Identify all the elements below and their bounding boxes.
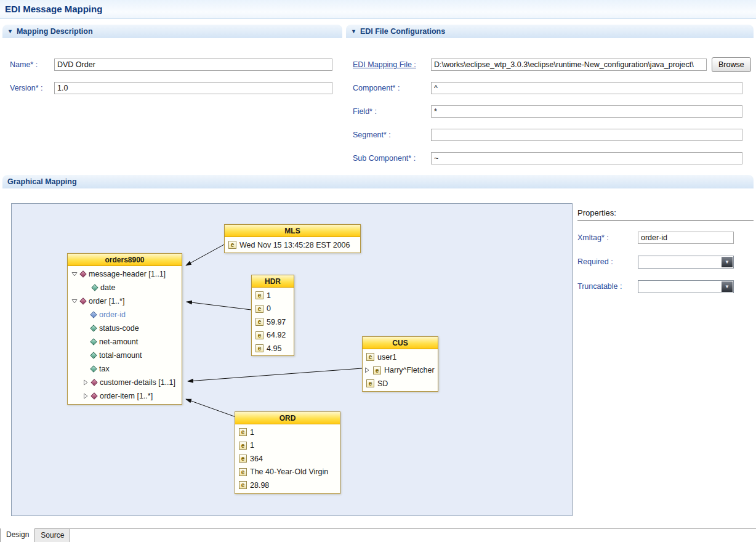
tree-item[interactable]: total-amount bbox=[68, 349, 182, 362]
tree-item-selected[interactable]: order-id bbox=[68, 308, 182, 322]
segment-box-mls[interactable]: MLS e Wed Nov 15 13:45:28 EST 2006 bbox=[224, 224, 361, 253]
tree-item-label: tax bbox=[99, 365, 110, 373]
edi-mapping-file-input[interactable] bbox=[431, 59, 707, 71]
xmltag-label: Xmltag* : bbox=[577, 232, 609, 244]
segment-input[interactable] bbox=[431, 129, 742, 141]
element-leaf-icon bbox=[90, 325, 97, 331]
name-input[interactable] bbox=[54, 59, 332, 71]
segment-box-title[interactable]: HDR bbox=[252, 275, 294, 288]
segment-field[interactable]: e Wed Nov 15 13:45:28 EST 2006 bbox=[225, 238, 360, 252]
element-parent-icon bbox=[79, 297, 86, 304]
version-input[interactable] bbox=[54, 82, 332, 94]
section-header-graphical-mapping[interactable]: Graphical Mapping bbox=[2, 175, 754, 188]
segment-field[interactable]: e 1 bbox=[235, 439, 340, 453]
segment-field-value: user1 bbox=[377, 353, 396, 362]
collapse-arrow-icon[interactable]: ▼ bbox=[351, 29, 356, 34]
tab-source[interactable]: Source bbox=[35, 529, 70, 542]
segment-box-title[interactable]: MLS bbox=[225, 225, 360, 237]
element-icon: e bbox=[366, 353, 374, 361]
element-leaf-icon bbox=[90, 352, 97, 358]
segment-field-value: The 40-Year-Old Virgin bbox=[250, 467, 328, 476]
segment-box-ord[interactable]: ORD e 1 e 1 e 364 e The 40-Year-Old Virg… bbox=[235, 411, 340, 494]
segment-field[interactable]: e Harry^Fletcher bbox=[363, 364, 438, 378]
segment-field-value: Wed Nov 15 13:45:28 EST 2006 bbox=[239, 241, 350, 249]
section-header-mapping-description[interactable]: ▼ Mapping Description bbox=[2, 25, 342, 38]
tree-item[interactable]: status-code bbox=[68, 322, 182, 335]
tree-item[interactable]: order-item [1..*] bbox=[68, 389, 182, 403]
segment-field-value: 364 bbox=[250, 455, 263, 463]
tree-item[interactable]: date bbox=[68, 281, 182, 294]
field-label: Field* : bbox=[353, 105, 377, 118]
tree-item-label: order-id bbox=[99, 310, 126, 319]
tree-item-label: date bbox=[100, 283, 115, 292]
tree-item[interactable]: customer-details [1..1] bbox=[68, 376, 182, 389]
segment-label: Segment* : bbox=[353, 129, 391, 141]
schema-tree: message-header [1..1] date order [1..*] … bbox=[68, 266, 182, 404]
chevron-down-icon[interactable]: ▼ bbox=[722, 281, 733, 292]
sub-component-input[interactable] bbox=[431, 152, 742, 164]
tree-item-label: order [1..*] bbox=[89, 297, 124, 305]
element-icon: e bbox=[255, 344, 263, 352]
section-header-edi-file-configurations[interactable]: ▼ EDI File Configurations bbox=[346, 25, 754, 38]
tree-item[interactable]: tax bbox=[68, 362, 182, 376]
edi-message-mapping-editor: EDI Message Mapping ▼ Mapping Descriptio… bbox=[0, 0, 756, 542]
segment-field[interactable]: e 0 bbox=[252, 302, 294, 316]
name-label: Name* : bbox=[10, 59, 38, 71]
tab-design[interactable]: Design bbox=[0, 528, 35, 542]
segment-field-value: 59.97 bbox=[267, 318, 286, 326]
segment-box-hdr[interactable]: HDR e 1 e 0 e 59.97 e 64.92 bbox=[251, 275, 294, 356]
element-icon: e bbox=[228, 241, 236, 249]
expander-collapsed-icon[interactable] bbox=[82, 379, 89, 386]
mapping-canvas[interactable]: orders8900 message-header [1..1] date or… bbox=[11, 203, 573, 516]
segment-box-title[interactable]: CUS bbox=[363, 337, 438, 349]
expander-expanded-icon[interactable] bbox=[71, 298, 78, 304]
edi-mapping-file-label[interactable]: EDI Mapping File : bbox=[353, 59, 416, 71]
tree-item-label: total-amount bbox=[99, 351, 142, 360]
segment-field-value: SD bbox=[377, 379, 388, 388]
segment-box-title[interactable]: ORD bbox=[235, 412, 340, 424]
chevron-down-icon[interactable]: ▼ bbox=[722, 257, 733, 267]
schema-tree-box[interactable]: orders8900 message-header [1..1] date or… bbox=[67, 253, 182, 405]
collapse-arrow-icon[interactable]: ▼ bbox=[7, 29, 13, 34]
required-dropdown[interactable]: ▼ bbox=[638, 256, 734, 269]
expander-expanded-icon[interactable] bbox=[71, 271, 78, 277]
truncatable-label: Truncatable : bbox=[577, 280, 622, 293]
segment-field[interactable]: e 28.98 bbox=[235, 479, 340, 492]
required-label: Required : bbox=[577, 256, 613, 268]
field-input[interactable] bbox=[431, 105, 742, 118]
component-input[interactable] bbox=[431, 82, 742, 94]
tree-item-label: net-amount bbox=[99, 338, 138, 346]
element-icon: e bbox=[366, 379, 374, 387]
schema-tree-title[interactable]: orders8900 bbox=[68, 254, 182, 266]
segment-field[interactable]: e The 40-Year-Old Virgin bbox=[235, 466, 340, 479]
tree-item-label: order-item [1..*] bbox=[100, 392, 153, 400]
segment-field[interactable]: e user1 bbox=[363, 350, 438, 364]
segment-field[interactable]: e 59.97 bbox=[252, 315, 294, 329]
segment-field[interactable]: e SD bbox=[363, 377, 438, 390]
segment-field-value: 0 bbox=[267, 304, 271, 313]
element-parent-icon bbox=[90, 392, 97, 399]
tree-item[interactable]: order [1..*] bbox=[68, 294, 182, 308]
browse-button[interactable]: Browse bbox=[712, 57, 751, 72]
segment-box-cus[interactable]: CUS e user1 e Harry^Fletcher e SD bbox=[362, 336, 438, 392]
element-icon: e bbox=[239, 468, 247, 476]
expander-collapsed-icon[interactable] bbox=[82, 393, 89, 399]
element-leaf-icon bbox=[90, 365, 97, 372]
tree-item[interactable]: net-amount bbox=[68, 335, 182, 349]
element-icon: e bbox=[239, 442, 247, 450]
element-icon: e bbox=[239, 455, 247, 463]
xmltag-input[interactable] bbox=[638, 232, 734, 244]
element-icon: e bbox=[239, 428, 247, 436]
segment-field[interactable]: e 1 bbox=[235, 426, 340, 439]
segment-field-value: 1 bbox=[250, 428, 254, 437]
segment-field[interactable]: e 1 bbox=[252, 289, 294, 302]
tree-item-label: message-header [1..1] bbox=[89, 270, 166, 278]
tree-item[interactable]: message-header [1..1] bbox=[68, 267, 182, 281]
truncatable-dropdown[interactable]: ▼ bbox=[638, 280, 734, 293]
segment-field[interactable]: e 64.92 bbox=[252, 329, 294, 342]
expander-collapsed-icon[interactable] bbox=[364, 367, 370, 373]
segment-field[interactable]: e 4.95 bbox=[252, 342, 294, 355]
version-label: Version* : bbox=[10, 82, 43, 94]
element-parent-icon bbox=[79, 270, 86, 277]
segment-field[interactable]: e 364 bbox=[235, 452, 340, 466]
